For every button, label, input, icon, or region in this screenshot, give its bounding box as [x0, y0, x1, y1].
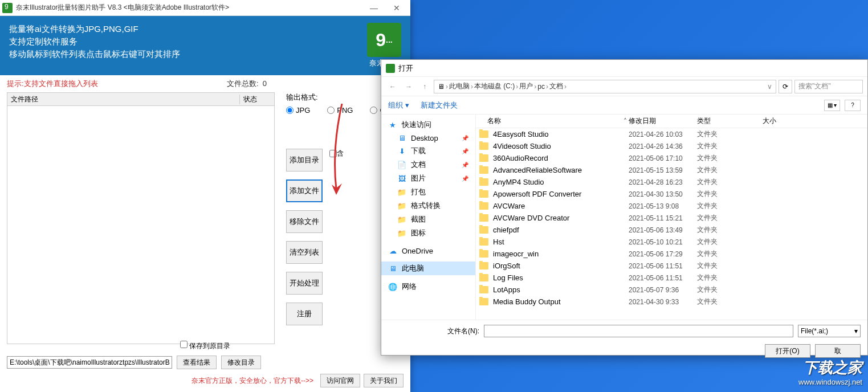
output-path-input[interactable]	[7, 356, 172, 369]
folder-icon	[479, 286, 488, 293]
window-title: 奈末Illustrator批量转图片助手 V8.3 <电脑须安装Adobe Il…	[16, 3, 362, 13]
banner-line: 批量将ai文件转换为JPG,PNG,GIF	[9, 23, 401, 35]
filename-label: 文件名(N):	[388, 326, 479, 336]
list-item[interactable]: Media Buddy Output2021-04-30 9:33文件夹	[476, 296, 867, 308]
banner-line: 移动鼠标到软件列表点击鼠标右键可对其排序	[9, 48, 401, 60]
list-item[interactable]: iOrgSoft2021-05-06 11:51文件夹	[476, 260, 867, 272]
pc-icon: 🖥	[438, 83, 445, 91]
remove-file-button[interactable]: 移除文件	[286, 210, 323, 233]
file-table-body[interactable]	[7, 106, 275, 344]
list-item[interactable]: AdvancedReliableSoftware2021-05-15 13:59…	[476, 164, 867, 176]
list-item[interactable]: chiefpdf2021-05-06 13:49文件夹	[476, 224, 867, 236]
sidebar-pictures[interactable]: 🖼图片📌	[381, 172, 475, 185]
view-mode-button[interactable]: ▦ ▾	[824, 100, 840, 111]
col-size[interactable]: 大小	[763, 116, 867, 126]
close-button[interactable]: ✕	[385, 1, 408, 15]
cancel-button[interactable]: 取	[815, 344, 861, 358]
folder-icon	[479, 166, 488, 174]
col-date[interactable]: 修改日期	[629, 116, 697, 126]
app-icon	[2, 3, 13, 13]
folder-icon	[479, 214, 488, 222]
minimize-button[interactable]: —	[362, 1, 385, 15]
sidebar-network[interactable]: 🌐网络	[381, 280, 475, 293]
folder-icon	[479, 190, 488, 198]
titlebar: 奈末Illustrator批量转图片助手 V8.3 <电脑须安装Adobe Il…	[0, 0, 410, 16]
file-list: 名称 ˄ 修改日期 类型 大小 4Easysoft Studio2021-04-…	[476, 115, 867, 320]
add-file-button[interactable]: 添加文件	[286, 179, 323, 202]
organize-button[interactable]: 组织 ▾	[388, 100, 409, 111]
visit-website-button[interactable]: 访问官网	[320, 374, 360, 387]
breadcrumb[interactable]: 🖥› 此电脑› 本地磁盘 (C:)› 用户› pc› 文档› ∨	[434, 80, 776, 93]
save-original-checkbox[interactable]: 保存到原目录	[180, 341, 230, 351]
list-item[interactable]: 4Videosoft Studio2021-04-26 14:36文件夹	[476, 140, 867, 152]
search-input[interactable]: 搜索"文档"	[794, 80, 863, 93]
modify-dir-button[interactable]: 修改目录	[221, 356, 261, 369]
list-item[interactable]: imageocr_win2021-05-06 17:29文件夹	[476, 248, 867, 260]
th-path: 文件路径	[7, 95, 240, 104]
sidebar-folder[interactable]: 📁格式转换	[381, 199, 475, 213]
app-window: 奈末Illustrator批量转图片助手 V8.3 <电脑须安装Adobe Il…	[0, 0, 410, 392]
list-item[interactable]: Apowersoft PDF Converter2021-04-30 13:50…	[476, 188, 867, 200]
register-button[interactable]: 注册	[286, 303, 323, 325]
sidebar-quick-access[interactable]: ★快速访问	[381, 118, 475, 132]
nav-forward-button[interactable]: →	[402, 80, 415, 93]
add-directory-button[interactable]: 添加目录	[286, 149, 323, 172]
sidebar-this-pc[interactable]: 🖥此电脑	[381, 262, 475, 275]
footer-text: 奈末官方正版，安全放心，官方下载-->>	[191, 376, 313, 386]
sidebar-folder[interactable]: 📁图标	[381, 226, 475, 240]
filename-input[interactable]	[484, 325, 793, 337]
folder-icon	[479, 178, 488, 186]
filetype-select[interactable]: File(*.ai;)▾	[798, 325, 861, 337]
refresh-button[interactable]: ⟳	[779, 80, 792, 93]
sidebar-documents[interactable]: 📄文档📌	[381, 158, 475, 172]
list-item[interactable]: LotApps2021-05-07 9:36文件夹	[476, 284, 867, 296]
folder-icon	[479, 298, 488, 305]
list-item[interactable]: Log Files2021-05-06 11:51文件夹	[476, 272, 867, 284]
sidebar-desktop[interactable]: 🖥Desktop📌	[381, 132, 475, 144]
list-item[interactable]: AVCWare DVD Creator2021-05-11 15:21文件夹	[476, 212, 867, 224]
format-jpg-radio[interactable]: JPG	[286, 106, 310, 115]
col-name[interactable]: 名称	[476, 116, 622, 126]
banner-line: 支持定制软件服务	[9, 35, 401, 48]
format-png-radio[interactable]: PNG	[327, 106, 353, 115]
list-item[interactable]: 4Easysoft Studio2021-04-26 10:03文件夹	[476, 128, 867, 140]
clear-list-button[interactable]: 清空列表	[286, 241, 323, 264]
dialog-titlebar: 打开	[381, 60, 867, 77]
file-count: 文件总数: 0	[227, 79, 267, 89]
th-status: 状态	[240, 95, 274, 104]
nav-up-button[interactable]: ↑	[418, 80, 431, 93]
list-header[interactable]: 名称 ˄ 修改日期 类型 大小	[476, 115, 867, 128]
list-item[interactable]: Hst2021-05-10 10:21文件夹	[476, 236, 867, 248]
include-subdir-checkbox[interactable]: 含	[329, 149, 344, 158]
folder-icon	[479, 226, 488, 234]
about-button[interactable]: 关于我们	[364, 374, 404, 387]
list-item[interactable]: AnyMP4 Studio2021-04-28 16:23文件夹	[476, 176, 867, 188]
sidebar-folder[interactable]: 📁打包	[381, 185, 475, 199]
tip-text: 提示:支持文件直接拖入列表	[7, 79, 227, 89]
brand-logo-icon: 9...	[367, 23, 401, 57]
view-result-button[interactable]: 查看结果	[177, 356, 217, 369]
help-button[interactable]: ?	[845, 100, 861, 111]
start-process-button[interactable]: 开始处理	[286, 272, 323, 295]
sidebar-onedrive[interactable]: ☁OneDrive	[381, 244, 475, 257]
dialog-icon	[386, 64, 395, 73]
folder-icon	[479, 274, 488, 281]
nav-back-button[interactable]: ←	[386, 80, 400, 93]
col-type[interactable]: 类型	[697, 116, 763, 126]
navigation-pane: ★快速访问 🖥Desktop📌 ⬇下载📌 📄文档📌 🖼图片📌 📁打包 📁格式转换…	[381, 115, 476, 320]
sort-indicator-icon: ˄	[622, 117, 629, 125]
folder-icon	[479, 142, 488, 150]
new-folder-button[interactable]: 新建文件夹	[421, 100, 458, 111]
dialog-title: 打开	[398, 63, 413, 74]
folder-icon	[479, 262, 488, 270]
list-item[interactable]: AVCWare2021-05-13 9:08文件夹	[476, 200, 867, 212]
list-item[interactable]: 360AudioRecord2021-05-06 17:10文件夹	[476, 152, 867, 164]
file-open-dialog: 打开 ← → ↑ 🖥› 此电脑› 本地磁盘 (C:)› 用户› pc› 文档› …	[381, 59, 868, 356]
folder-icon	[479, 202, 488, 210]
folder-icon	[479, 250, 488, 258]
open-button[interactable]: 打开(O)	[765, 344, 810, 358]
sidebar-folder[interactable]: 📁截图	[381, 213, 475, 226]
folder-icon	[479, 238, 488, 246]
sidebar-downloads[interactable]: ⬇下载📌	[381, 144, 475, 158]
watermark: 下载之家 www.windowszj.net	[798, 358, 862, 386]
